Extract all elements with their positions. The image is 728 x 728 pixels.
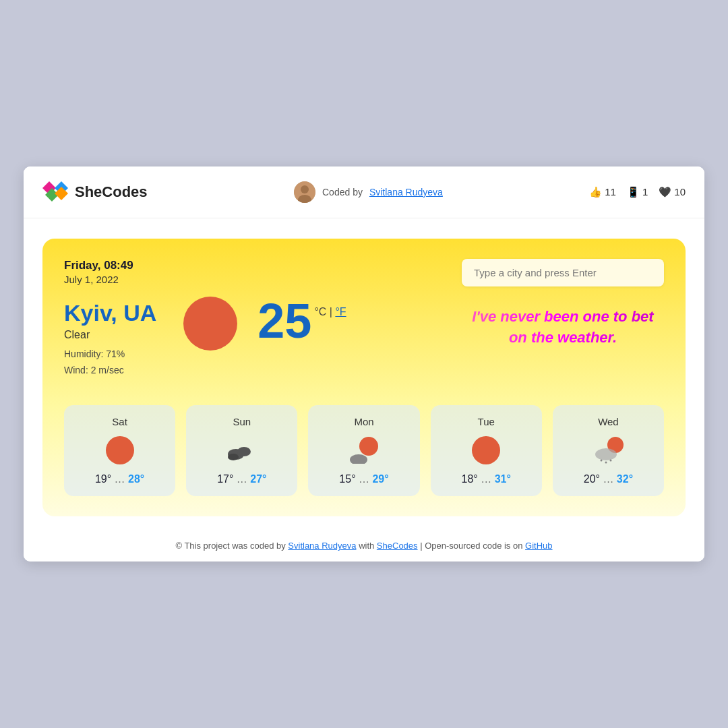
footer-shecodes-link[interactable]: SheCodes xyxy=(377,541,418,551)
temperature-display: 25 °C | °F xyxy=(257,297,346,345)
forecast-day-tue: Tue 18° … 31° xyxy=(431,405,542,496)
temp-low: 19° xyxy=(95,473,111,485)
svg-point-8 xyxy=(237,447,251,456)
heart-icon: 🖤 xyxy=(659,186,671,198)
weather-middle: Kyiv, UA Clear Humidity: 71% Wind: 2 m/s… xyxy=(64,300,346,379)
temp-high: 32° xyxy=(617,473,633,485)
city-search-input[interactable] xyxy=(462,259,664,286)
thumbs-stat: 👍 11 xyxy=(589,186,616,198)
header-center: Coded by Svitlana Rudyeva xyxy=(148,181,590,203)
browser-window: SheCodes Coded by Svitlana Rudyeva 👍 11 … xyxy=(24,166,704,562)
temp-high: 28° xyxy=(128,473,144,485)
clouds-icon xyxy=(226,437,257,464)
header-stats: 👍 11 📱 1 🖤 10 xyxy=(589,186,686,198)
weather-top: Friday, 08:49 July 1, 2022 xyxy=(64,259,664,286)
author-link[interactable]: Svitlana Rudyeva xyxy=(369,187,443,198)
forecast-label-sat: Sat xyxy=(112,416,127,427)
weather-info: Kyiv, UA Clear Humidity: 71% Wind: 2 m/s… xyxy=(64,300,156,379)
partial-cloud-icon xyxy=(348,450,369,464)
temp-low: 17° xyxy=(217,473,233,485)
forecast-day-sun: Sun 17° … 27° xyxy=(186,405,297,496)
coded-by-label: Coded by xyxy=(322,187,363,198)
shecodes-logo-icon xyxy=(42,179,69,206)
weather-description: Clear xyxy=(64,329,156,341)
unit-celsius: °C xyxy=(314,306,326,317)
forecast-day-mon: Mon 15° … 29° xyxy=(308,405,419,496)
heart-stat: 🖤 10 xyxy=(659,186,686,198)
device-count: 1 xyxy=(642,186,648,198)
forecast-temps-wed: 20° … 32° xyxy=(584,473,633,485)
thumbs-count: 11 xyxy=(605,186,616,198)
logo-area: SheCodes xyxy=(42,179,148,206)
unit-fahrenheit-link[interactable]: °F xyxy=(335,306,346,317)
city-name: Kyiv, UA xyxy=(64,300,156,326)
footer-prefix: © This project was coded by xyxy=(175,541,285,551)
weather-sun-icon xyxy=(183,297,237,351)
forecast-icon-sat xyxy=(104,434,136,466)
footer-author-link[interactable]: Svitlana Rudyeva xyxy=(288,541,356,551)
weather-quote: I've never been one to bet on the weathe… xyxy=(448,307,664,348)
footer-end: | Open-sourced code is on xyxy=(420,541,522,551)
device-stat: 📱 1 xyxy=(627,186,648,198)
forecast-icon-sun xyxy=(226,434,258,466)
svg-point-9 xyxy=(228,454,239,460)
thumbs-icon: 👍 xyxy=(589,186,602,198)
temp-low: 20° xyxy=(584,473,600,485)
forecast-temps-sun: 17° … 27° xyxy=(217,473,266,485)
footer-middle: with xyxy=(359,541,377,551)
footer-github-link[interactable]: GitHub xyxy=(525,541,552,551)
header-bar: SheCodes Coded by Svitlana Rudyeva 👍 11 … xyxy=(24,166,704,218)
forecast-temps-sat: 19° … 28° xyxy=(95,473,144,485)
datetime-day: Friday, 08:49 xyxy=(64,259,133,272)
temp-high: 27° xyxy=(250,473,266,485)
device-icon: 📱 xyxy=(627,186,640,198)
datetime-date: July 1, 2022 xyxy=(64,274,133,285)
forecast-day-wed: Wed xyxy=(553,405,664,496)
footer: © This project was coded by Svitlana Rud… xyxy=(24,530,704,562)
svg-point-12 xyxy=(601,460,603,462)
temp-units: °C | °F xyxy=(314,306,346,318)
forecast-icon-tue xyxy=(470,434,502,466)
temp-low: 15° xyxy=(339,473,355,485)
svg-point-5 xyxy=(301,185,309,193)
main-content: Friday, 08:49 July 1, 2022 Kyiv, UA Clea… xyxy=(24,218,704,530)
svg-point-13 xyxy=(605,462,607,464)
logo-label: SheCodes xyxy=(75,183,148,201)
weather-humidity: Humidity: 71% xyxy=(64,346,156,363)
weather-wind: Wind: 2 m/sec xyxy=(64,363,156,379)
datetime: Friday, 08:49 July 1, 2022 xyxy=(64,259,133,285)
forecast-label-sun: Sun xyxy=(233,416,251,427)
temp-value: 25 xyxy=(257,297,311,345)
forecast-icon-wed xyxy=(592,434,624,466)
forecast-temps-tue: 18° … 31° xyxy=(462,473,511,485)
forecast-label-wed: Wed xyxy=(598,416,619,427)
temp-high: 29° xyxy=(372,473,388,485)
forecast-label-mon: Mon xyxy=(354,416,373,427)
temp-high: 31° xyxy=(495,473,511,485)
forecast-icon-mon xyxy=(348,434,380,466)
avatar xyxy=(294,181,315,203)
sun-icon xyxy=(472,436,500,464)
forecast-label-tue: Tue xyxy=(478,416,495,427)
forecast-day-sat: Sat 19° … 28° xyxy=(64,405,175,496)
drizzle-icon xyxy=(599,457,613,464)
forecast-row: Sat 19° … 28° Sun xyxy=(64,405,664,496)
svg-point-10 xyxy=(350,454,367,464)
svg-point-14 xyxy=(610,460,612,462)
forecast-temps-mon: 15° … 29° xyxy=(339,473,388,485)
heart-count: 10 xyxy=(674,186,686,198)
temp-low: 18° xyxy=(462,473,478,485)
weather-card: Friday, 08:49 July 1, 2022 Kyiv, UA Clea… xyxy=(42,239,686,517)
sun-icon xyxy=(106,436,134,464)
